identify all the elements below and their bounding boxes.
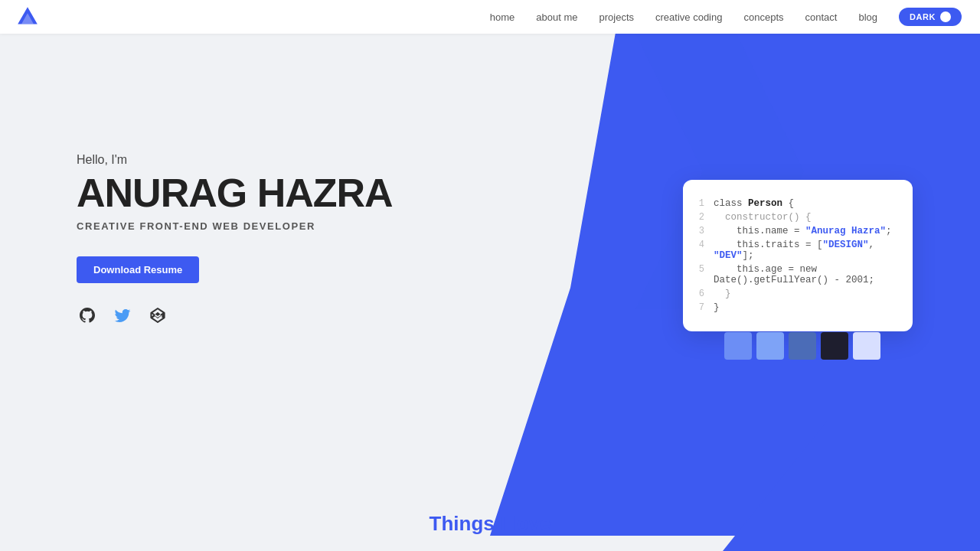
code-line-7: 7 } (695, 302, 894, 313)
code-line-1: 1 class Person { (695, 198, 894, 209)
toggle-dot-icon (940, 11, 951, 22)
logo[interactable] (15, 5, 40, 29)
social-icons (77, 305, 393, 326)
nav-concepts[interactable]: concepts (743, 11, 783, 23)
download-resume-button[interactable]: Download Resume (77, 256, 199, 283)
code-content-4: this.traits = ["DESIGN", "DEV"]; (714, 240, 894, 261)
line-num-4: 4 (695, 240, 704, 250)
nav-links: home about me projects creative coding c… (490, 8, 962, 26)
nav-about-me[interactable]: about me (536, 11, 577, 23)
line-num-3: 3 (695, 226, 704, 236)
hero-name: ANURAG HAZRA (77, 173, 393, 213)
code-content-6: } (714, 289, 731, 299)
greeting-text: Hello, I'm (77, 153, 393, 167)
code-content-1: class Person { (714, 198, 794, 209)
hero-content: Hello, I'm ANURAG HAZRA CREATIVE FRONT-E… (77, 153, 393, 326)
swatch-blue-dark[interactable] (789, 332, 816, 360)
line-num-7: 7 (695, 302, 704, 313)
code-content-3: this.name = "Anurag Hazra"; (714, 226, 892, 236)
swatch-blue-bright[interactable] (724, 332, 752, 360)
code-line-2: 2 constructor() { (695, 212, 894, 223)
code-content-7: } (714, 302, 720, 313)
code-line-4: 4 this.traits = ["DESIGN", "DEV"]; (695, 240, 894, 261)
code-line-5: 5 this.age = new Date().getFullYear() - … (695, 264, 894, 285)
line-num-1: 1 (695, 198, 704, 209)
line-num-2: 2 (695, 212, 704, 223)
nav-blog[interactable]: blog (858, 11, 877, 23)
hero-subtitle: CREATIVE FRONT-END WEB DEVELOPER (77, 220, 393, 232)
github-icon[interactable] (77, 305, 98, 326)
line-num-5: 5 (695, 264, 704, 275)
dark-toggle-label: DARK (910, 12, 936, 21)
things-title: Things I love (0, 512, 980, 536)
twitter-icon[interactable] (112, 305, 133, 326)
swatch-light[interactable] (853, 332, 880, 360)
code-card: 1 class Person { 2 constructor() { 3 thi… (683, 180, 913, 331)
codepen-icon[interactable] (147, 305, 168, 326)
code-content-5: this.age = new Date().getFullYear() - 20… (714, 264, 894, 285)
hero-section: Hello, I'm ANURAG HAZRA CREATIVE FRONT-E… (0, 0, 980, 551)
dark-mode-toggle[interactable]: DARK (899, 8, 962, 26)
nav-creative-coding[interactable]: creative coding (655, 11, 722, 23)
swatch-dark[interactable] (821, 332, 848, 360)
code-line-6: 6 } (695, 289, 894, 299)
things-section: Things I love (0, 512, 980, 536)
navbar: home about me projects creative coding c… (0, 0, 980, 34)
nav-home[interactable]: home (490, 11, 515, 23)
code-content-2: constructor() { (714, 212, 812, 223)
swatch-blue-medium[interactable] (756, 332, 784, 360)
line-num-6: 6 (695, 289, 704, 299)
code-line-3: 3 this.name = "Anurag Hazra"; (695, 226, 894, 236)
nav-projects[interactable]: projects (599, 11, 634, 23)
nav-contact[interactable]: contact (805, 11, 838, 23)
color-palette (724, 332, 880, 360)
